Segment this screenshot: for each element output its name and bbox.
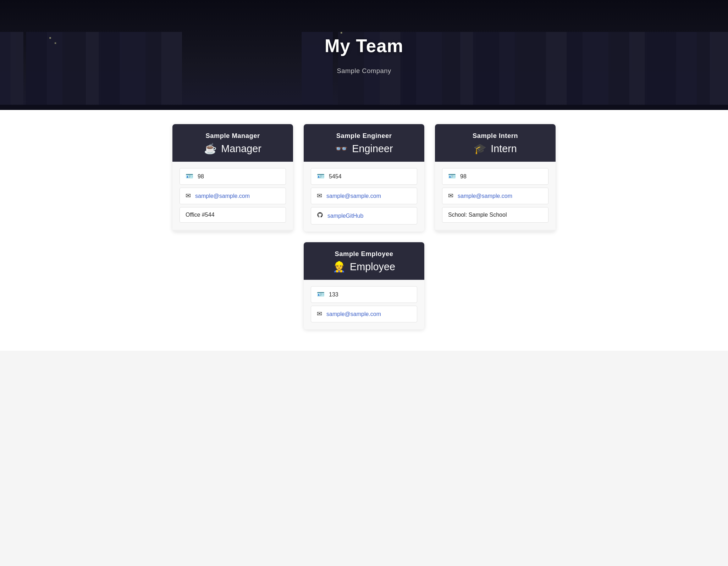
engineer-card: Sample Engineer 👓 Engineer 🪪 5454 ✉ samp… <box>304 124 424 232</box>
engineer-role-icon: 👓 <box>335 143 348 155</box>
engineer-github-link[interactable]: sampleGitHub <box>327 213 363 219</box>
svg-rect-26 <box>567 32 583 110</box>
engineer-id-item: 🪪 5454 <box>311 168 417 185</box>
id-card-icon: 🪪 <box>186 173 193 180</box>
intern-id-item: 🪪 98 <box>442 168 548 185</box>
intern-card: Sample Intern 🎓 Intern 🪪 98 ✉ sample@sam… <box>435 124 556 232</box>
intern-card-header: Sample Intern 🎓 Intern <box>435 124 556 162</box>
svg-rect-25 <box>546 32 567 110</box>
engineer-github-item: sampleGitHub <box>311 207 417 224</box>
engineer-email-item: ✉ sample@sample.com <box>311 188 417 204</box>
svg-rect-8 <box>145 32 161 110</box>
id-card-icon-2: 🪪 <box>317 173 325 180</box>
intern-role-icon: 🎓 <box>474 143 486 155</box>
intern-email-link[interactable]: sample@sample.com <box>458 193 512 199</box>
email-icon-2: ✉ <box>317 192 322 200</box>
employee-name: Sample Employee <box>312 250 416 258</box>
svg-rect-2 <box>26 32 47 110</box>
svg-rect-31 <box>676 32 697 110</box>
manager-id-item: 🪪 98 <box>180 168 286 185</box>
manager-id-value: 98 <box>198 173 204 180</box>
intern-role-label: Intern <box>491 143 517 155</box>
svg-rect-9 <box>161 32 182 110</box>
svg-rect-29 <box>629 32 647 110</box>
company-name: Sample Company <box>337 67 391 75</box>
manager-name: Sample Manager <box>181 132 285 140</box>
employee-card-header: Sample Employee 👷 Employee <box>304 242 424 280</box>
svg-rect-24 <box>515 32 546 110</box>
id-card-icon-4: 🪪 <box>317 291 325 298</box>
engineer-card-header: Sample Engineer 👓 Engineer <box>304 124 424 162</box>
svg-rect-20 <box>442 32 463 110</box>
svg-rect-19 <box>416 32 445 110</box>
svg-rect-28 <box>608 32 632 110</box>
intern-role: 🎓 Intern <box>443 143 547 155</box>
manager-card: Sample Manager ☕ Manager 🪪 98 ✉ sample@s… <box>172 124 293 232</box>
intern-card-body: 🪪 98 ✉ sample@sample.com School: Sample … <box>435 162 556 230</box>
engineer-id-value: 5454 <box>329 173 342 180</box>
svg-rect-23 <box>499 32 517 110</box>
svg-rect-7 <box>120 32 148 110</box>
email-icon-3: ✉ <box>448 192 453 200</box>
employee-id-item: 🪪 133 <box>311 286 417 303</box>
manager-office-label: Office #544 <box>186 212 215 218</box>
engineer-card-body: 🪪 5454 ✉ sample@sample.com sampleGitHub <box>304 162 424 232</box>
manager-card-body: 🪪 98 ✉ sample@sample.com Office #544 <box>172 162 293 230</box>
employee-email-link[interactable]: sample@sample.com <box>326 311 381 317</box>
email-icon-4: ✉ <box>317 310 322 318</box>
intern-id-value: 98 <box>460 173 467 180</box>
manager-role-label: Manager <box>221 143 261 155</box>
manager-card-header: Sample Manager ☕ Manager <box>172 124 293 162</box>
svg-rect-22 <box>473 32 499 110</box>
bottom-cards-row: Sample Employee 👷 Employee 🪪 133 ✉ sampl… <box>21 242 707 329</box>
manager-role-icon: ☕ <box>204 143 217 155</box>
svg-rect-46 <box>0 105 728 110</box>
engineer-name: Sample Engineer <box>312 132 416 140</box>
manager-role: ☕ Manager <box>181 143 285 155</box>
engineer-email-link[interactable]: sample@sample.com <box>326 193 381 199</box>
svg-rect-27 <box>583 32 611 110</box>
employee-role-icon: 👷 <box>333 261 346 273</box>
svg-rect-30 <box>645 32 676 110</box>
employee-id-value: 133 <box>329 292 338 298</box>
employee-role: 👷 Employee <box>312 261 416 273</box>
intern-school-item: School: Sample School <box>442 207 548 223</box>
employee-email-item: ✉ sample@sample.com <box>311 306 417 322</box>
intern-email-item: ✉ sample@sample.com <box>442 188 548 204</box>
svg-rect-35 <box>55 42 56 44</box>
id-card-icon-3: 🪪 <box>448 173 456 180</box>
hero-section: My Team Sample Company <box>0 0 728 110</box>
employee-card: Sample Employee 👷 Employee 🪪 133 ✉ sampl… <box>304 242 424 329</box>
svg-rect-38 <box>341 32 342 33</box>
employee-card-body: 🪪 133 ✉ sample@sample.com <box>304 280 424 329</box>
top-cards-row: Sample Manager ☕ Manager 🪪 98 ✉ sample@s… <box>21 124 707 232</box>
manager-email-item: ✉ sample@sample.com <box>180 188 286 204</box>
svg-rect-1 <box>10 32 23 110</box>
svg-rect-6 <box>99 32 122 110</box>
svg-rect-34 <box>49 37 51 39</box>
engineer-role: 👓 Engineer <box>312 143 416 155</box>
github-icon <box>317 212 323 220</box>
main-content: Sample Manager ☕ Manager 🪪 98 ✉ sample@s… <box>0 110 728 351</box>
svg-rect-4 <box>62 32 88 110</box>
page-title: My Team <box>325 35 403 56</box>
manager-email-link[interactable]: sample@sample.com <box>195 193 250 199</box>
manager-office-item: Office #544 <box>180 207 286 223</box>
intern-school-label: School: Sample School <box>448 212 507 218</box>
email-icon: ✉ <box>186 192 191 200</box>
engineer-role-label: Engineer <box>352 143 393 155</box>
employee-role-label: Employee <box>350 261 395 273</box>
intern-name: Sample Intern <box>443 132 547 140</box>
svg-rect-33 <box>710 32 728 110</box>
